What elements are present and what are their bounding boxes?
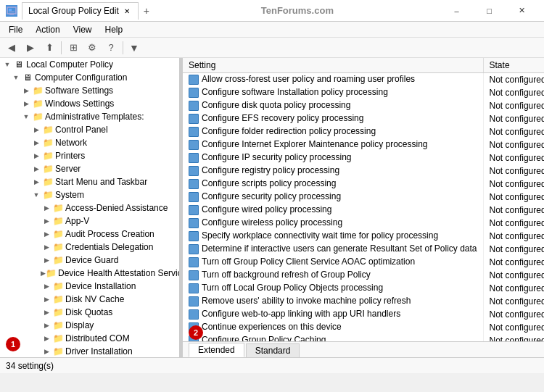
table-row[interactable]: Specify workplace connectivity wait time… xyxy=(183,230,544,243)
expand-disk-quotas[interactable]: ▶ xyxy=(41,309,52,316)
expand-credentials[interactable]: ▶ xyxy=(41,243,52,251)
table-row[interactable]: Configure Internet Explorer Maintenance … xyxy=(183,138,544,151)
tree-node-network[interactable]: ▶📁Network xyxy=(0,136,179,149)
tree-node-app-v[interactable]: ▶📁App-V xyxy=(0,214,179,228)
table-row[interactable]: Configure security policy processingNot … xyxy=(183,191,544,204)
table-row[interactable]: Remove users' ability to invoke machine … xyxy=(183,295,544,308)
table-row[interactable]: Configure folder redirection policy proc… xyxy=(183,125,544,138)
tree-node-software[interactable]: ▶📁Software Settings xyxy=(0,84,179,97)
col-state[interactable]: State xyxy=(483,58,544,73)
setting-icon-6 xyxy=(189,153,199,163)
folder-icon: 📁 xyxy=(42,124,54,135)
tree-node-access-denied[interactable]: ▶📁Access-Denied Assistance xyxy=(0,201,179,214)
show-hide-btn[interactable]: ⊞ xyxy=(65,40,82,56)
expand-admin-templates[interactable]: ▼ xyxy=(20,113,32,120)
tab-extended[interactable]: Extended xyxy=(189,343,244,357)
tree-node-display[interactable]: ▶📁Display xyxy=(0,319,179,332)
expand-display[interactable]: ▶ xyxy=(41,322,52,329)
bottom-tab-bar: Extended Standard xyxy=(183,341,544,357)
expand-device-health[interactable]: ▶ xyxy=(41,270,46,277)
cell-setting-8: Configure scripts policy processing xyxy=(183,178,483,191)
cell-state-4: Not configured xyxy=(483,125,544,138)
tree-node-disk-nv[interactable]: ▶📁Disk NV Cache xyxy=(0,293,179,306)
table-row[interactable]: Configure scripts policy processingNot c… xyxy=(183,178,544,191)
expand-windows-settings[interactable]: ▶ xyxy=(20,100,32,107)
table-row[interactable]: Turn off Local Group Policy Objects proc… xyxy=(183,282,544,295)
table-row[interactable]: Turn off Group Policy Client Service AOA… xyxy=(183,256,544,269)
expand-software[interactable]: ▶ xyxy=(20,87,32,94)
folder-icon: 📁 xyxy=(52,215,64,227)
table-row[interactable]: Configure disk quota policy processingNo… xyxy=(183,99,544,112)
tree-node-printers[interactable]: ▶📁Printers xyxy=(0,149,179,162)
menu-view[interactable]: View xyxy=(67,23,98,36)
tree-node-credentials[interactable]: ▶📁Credentials Delegation xyxy=(0,241,179,254)
table-row[interactable]: Turn off background refresh of Group Pol… xyxy=(183,269,544,282)
tree-node-device-health[interactable]: ▶📁Device Health Attestation Service xyxy=(0,267,179,280)
cell-state-20: Not configured xyxy=(483,334,544,342)
table-row[interactable]: Determine if interactive users can gener… xyxy=(183,243,544,256)
expand-system[interactable]: ▼ xyxy=(30,191,42,199)
table-row[interactable]: Configure wired policy processingNot con… xyxy=(183,204,544,217)
menu-file[interactable]: File xyxy=(3,23,28,36)
expand-network[interactable]: ▶ xyxy=(30,139,42,146)
expand-start-menu[interactable]: ▶ xyxy=(30,178,42,185)
tab-standard[interactable]: Standard xyxy=(246,343,300,357)
col-setting[interactable]: Setting xyxy=(183,58,483,73)
tree-node-device-guard[interactable]: ▶📁Device Guard xyxy=(0,254,179,267)
expand-distributed-com[interactable]: ▶ xyxy=(41,335,52,342)
tab-close-btn[interactable]: ✕ xyxy=(122,6,132,16)
expand-app-v[interactable]: ▶ xyxy=(41,217,52,225)
tree-node-computer-config[interactable]: ▼🖥Computer Configuration xyxy=(0,71,179,84)
table-row[interactable]: Configure wireless policy processingNot … xyxy=(183,217,544,230)
tree-node-system[interactable]: ▼📁System xyxy=(0,188,179,201)
tree-node-start-menu[interactable]: ▶📁Start Menu and Taskbar xyxy=(0,175,179,188)
tree-node-device-install[interactable]: ▶📁Device Installation xyxy=(0,280,179,293)
tree-node-distributed-com[interactable]: ▶📁Distributed COM xyxy=(0,332,179,345)
expand-device-guard[interactable]: ▶ xyxy=(41,257,52,264)
settings-table: Setting State Comment Allow cross-forest… xyxy=(183,58,544,341)
table-row[interactable]: Configure EFS recovery policy processing… xyxy=(183,112,544,125)
tree-node-audit-process[interactable]: ▶📁Audit Process Creation xyxy=(0,228,179,241)
menu-action[interactable]: Action xyxy=(30,23,65,36)
table-row[interactable]: Configure Group Policy CachingNot config… xyxy=(183,334,544,342)
tree-node-control-panel[interactable]: ▶📁Control Panel xyxy=(0,123,179,136)
tree-label-network: Network xyxy=(55,138,87,148)
back-btn[interactable]: ◀ xyxy=(3,40,20,56)
expand-audit-process[interactable]: ▶ xyxy=(41,230,52,238)
forward-btn[interactable]: ▶ xyxy=(22,40,39,56)
menu-help[interactable]: Help xyxy=(99,23,129,36)
table-row[interactable]: Configure registry policy processingNot … xyxy=(183,164,544,178)
expand-computer-config[interactable]: ▼ xyxy=(10,74,22,81)
table-row[interactable]: Configure IP security policy processingN… xyxy=(183,151,544,164)
expand-access-denied[interactable]: ▶ xyxy=(41,204,52,212)
cell-state-9: Not configured xyxy=(483,191,544,204)
main-tab[interactable]: Local Group Policy Edit ✕ xyxy=(22,2,139,20)
new-tab-btn[interactable]: + xyxy=(139,3,154,19)
table-row[interactable]: Continue experiences on this deviceNot c… xyxy=(183,321,544,334)
tree-node-admin-templates[interactable]: ▼📁Administrative Templates: xyxy=(0,110,179,123)
expand-device-install[interactable]: ▶ xyxy=(41,283,52,290)
tree-node-server[interactable]: ▶📁Server xyxy=(0,162,179,175)
tree-node-disk-quotas[interactable]: ▶📁Disk Quotas xyxy=(0,306,179,319)
expand-driver-install[interactable]: ▶ xyxy=(41,348,52,355)
filter-icon[interactable]: ▼ xyxy=(126,42,142,54)
table-row[interactable]: Configure web-to-app linking with app UR… xyxy=(183,308,544,321)
expand-root[interactable]: ▼ xyxy=(1,61,13,68)
expand-server[interactable]: ▶ xyxy=(30,165,42,172)
properties-btn[interactable]: ⚙ xyxy=(83,40,101,56)
up-btn[interactable]: ⬆ xyxy=(41,40,58,56)
table-row[interactable]: Allow cross-forest user policy and roami… xyxy=(183,73,544,86)
folder-icon: 📁 xyxy=(42,150,54,162)
minimize-btn[interactable]: – xyxy=(440,0,473,22)
tree-node-driver-install[interactable]: ▶📁Driver Installation xyxy=(0,345,179,357)
maximize-btn[interactable]: □ xyxy=(473,0,506,22)
expand-disk-nv[interactable]: ▶ xyxy=(41,296,52,303)
expand-control-panel[interactable]: ▶ xyxy=(30,126,42,133)
tree-root[interactable]: ▼ 🖥 Local Computer Policy xyxy=(0,58,179,71)
tree-node-windows-settings[interactable]: ▶📁Windows Settings xyxy=(0,97,179,110)
table-row[interactable]: Configure software Installation policy p… xyxy=(183,86,544,99)
cell-setting-16: Turn off Local Group Policy Objects proc… xyxy=(183,282,483,295)
help-btn[interactable]: ? xyxy=(102,40,120,56)
close-btn[interactable]: ✕ xyxy=(506,0,538,22)
expand-printers[interactable]: ▶ xyxy=(30,152,42,159)
